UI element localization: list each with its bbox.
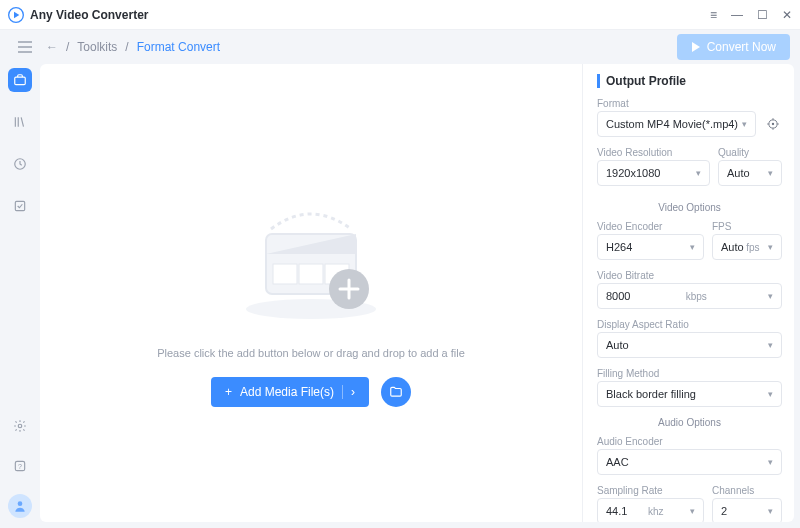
breadcrumb-current: Format Convert	[137, 40, 220, 54]
breadcrumb: ← / Toolkits / Format Convert	[46, 40, 220, 54]
play-icon	[691, 42, 701, 52]
breadcrumb-root[interactable]: Toolkits	[77, 40, 117, 54]
format-select[interactable]: Custom MP4 Movie(*.mp4) ▾	[597, 111, 756, 137]
help-icon: ?	[13, 459, 27, 473]
panel-title: Output Profile	[597, 74, 782, 88]
clock-icon	[13, 157, 27, 171]
user-icon	[13, 499, 27, 513]
menu-icon[interactable]: ≡	[710, 9, 717, 21]
video-options-title: Video Options	[597, 202, 782, 213]
svg-point-15	[772, 123, 774, 125]
chevron-down-icon: ▾	[690, 242, 695, 252]
sidebar: ?	[0, 64, 40, 528]
format-label: Format	[597, 98, 756, 109]
maximize-icon[interactable]: ☐	[757, 9, 768, 21]
chevron-down-icon: ▾	[742, 119, 747, 129]
titlebar: Any Video Converter ≡ — ☐ ✕	[0, 0, 800, 30]
svg-rect-11	[299, 264, 323, 284]
sampling-label: Sampling Rate	[597, 485, 704, 496]
chevron-down-icon: ▾	[768, 506, 773, 516]
chevron-down-icon: ▾	[768, 168, 773, 178]
channels-select[interactable]: 2▾	[712, 498, 782, 522]
quality-label: Quality	[718, 147, 782, 158]
gear-icon	[13, 419, 27, 433]
add-row: + Add Media File(s) ›	[211, 377, 411, 407]
target-icon	[766, 117, 780, 131]
aspect-label: Display Aspect Ratio	[597, 319, 782, 330]
chevron-right-icon: ›	[342, 385, 355, 399]
fps-label: FPS	[712, 221, 782, 232]
sidebar-item-library[interactable]	[8, 110, 32, 134]
filling-select[interactable]: Black border filling▾	[597, 381, 782, 407]
drop-area[interactable]: Please click the add button below or dra…	[40, 64, 582, 522]
video-bitrate-label: Video Bitrate	[597, 270, 782, 281]
sampling-select[interactable]: 44.1khz▾	[597, 498, 704, 522]
video-encoder-label: Video Encoder	[597, 221, 704, 232]
output-profile-panel: Output Profile Format Custom MP4 Movie(*…	[582, 64, 794, 522]
drop-hint: Please click the add button below or dra…	[157, 347, 465, 359]
quality-select[interactable]: Auto▾	[718, 160, 782, 186]
sidebar-item-help[interactable]: ?	[8, 454, 32, 478]
svg-rect-3	[15, 201, 24, 210]
convert-now-button[interactable]: Convert Now	[677, 34, 790, 60]
reset-profile-button[interactable]	[764, 111, 782, 137]
sidebar-item-settings[interactable]	[8, 414, 32, 438]
channels-label: Channels	[712, 485, 782, 496]
fps-select[interactable]: Autofps▾	[712, 234, 782, 260]
sidebar-item-tasks[interactable]	[8, 194, 32, 218]
audio-options-title: Audio Options	[597, 417, 782, 428]
audio-encoder-label: Audio Encoder	[597, 436, 782, 447]
chevron-down-icon: ▾	[768, 291, 773, 301]
audio-encoder-select[interactable]: AAC▾	[597, 449, 782, 475]
svg-point-7	[18, 501, 23, 506]
svg-point-4	[18, 424, 22, 428]
aspect-select[interactable]: Auto▾	[597, 332, 782, 358]
minimize-icon[interactable]: —	[731, 9, 743, 21]
app-title: Any Video Converter	[30, 8, 148, 22]
empty-illustration	[221, 179, 401, 329]
svg-text:?: ?	[18, 463, 22, 470]
chevron-down-icon: ▾	[696, 168, 701, 178]
app-logo: Any Video Converter	[8, 7, 148, 23]
resolution-label: Video Resolution	[597, 147, 710, 158]
plus-icon: +	[225, 385, 232, 399]
video-bitrate-select[interactable]: 8000kbps▾	[597, 283, 782, 309]
sidebar-item-history[interactable]	[8, 152, 32, 176]
main-area: Please click the add button below or dra…	[40, 64, 794, 522]
resolution-select[interactable]: 1920x1080▾	[597, 160, 710, 186]
svg-rect-1	[15, 77, 26, 85]
check-square-icon	[13, 199, 27, 213]
chevron-down-icon: ▾	[768, 457, 773, 467]
chevron-down-icon: ▾	[768, 340, 773, 350]
close-icon[interactable]: ✕	[782, 9, 792, 21]
logo-icon	[8, 7, 24, 23]
back-icon[interactable]: ←	[46, 40, 58, 54]
folder-icon	[389, 385, 403, 399]
svg-rect-10	[273, 264, 297, 284]
window-controls: ≡ — ☐ ✕	[710, 9, 792, 21]
filling-label: Filling Method	[597, 368, 782, 379]
chevron-down-icon: ▾	[768, 242, 773, 252]
sidebar-item-toolkit[interactable]	[8, 68, 32, 92]
topbar: ← / Toolkits / Format Convert Convert No…	[0, 30, 800, 64]
add-folder-button[interactable]	[381, 377, 411, 407]
video-encoder-select[interactable]: H264▾	[597, 234, 704, 260]
library-icon	[13, 115, 27, 129]
briefcase-icon	[13, 73, 27, 87]
user-avatar[interactable]	[8, 494, 32, 518]
chevron-down-icon: ▾	[768, 389, 773, 399]
hamburger-icon[interactable]	[18, 41, 32, 53]
add-media-button[interactable]: + Add Media File(s) ›	[211, 377, 369, 407]
chevron-down-icon: ▾	[690, 506, 695, 516]
